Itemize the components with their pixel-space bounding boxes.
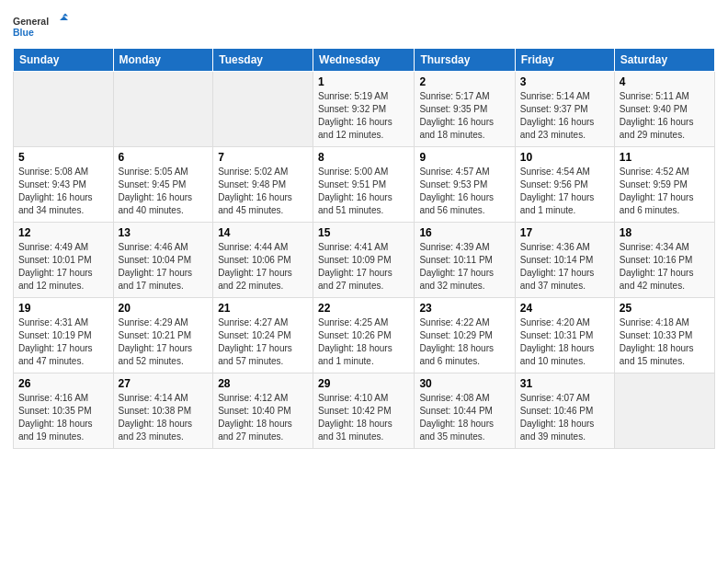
- day-number: 27: [119, 377, 209, 390]
- day-info: Sunrise: 4:12 AM Sunset: 10:40 PM Daylig…: [218, 392, 308, 443]
- day-number: 17: [520, 226, 609, 239]
- svg-marker-3: [60, 17, 68, 21]
- svg-text:Blue: Blue: [13, 27, 34, 38]
- day-number: 19: [18, 302, 108, 315]
- day-number: 22: [318, 302, 409, 315]
- weekday-header-thursday: Thursday: [415, 49, 515, 72]
- day-cell-14: 14Sunrise: 4:44 AM Sunset: 10:06 PM Dayl…: [213, 223, 313, 298]
- week-row-3: 19Sunrise: 4:31 AM Sunset: 10:19 PM Dayl…: [14, 298, 715, 373]
- day-info: Sunrise: 4:08 AM Sunset: 10:44 PM Daylig…: [419, 392, 509, 443]
- day-cell-8: 8Sunrise: 5:00 AM Sunset: 9:51 PM Daylig…: [313, 147, 415, 223]
- day-cell-29: 29Sunrise: 4:10 AM Sunset: 10:42 PM Dayl…: [313, 373, 415, 449]
- day-cell-18: 18Sunrise: 4:34 AM Sunset: 10:16 PM Dayl…: [614, 223, 714, 298]
- day-cell-15: 15Sunrise: 4:41 AM Sunset: 10:09 PM Dayl…: [313, 223, 415, 298]
- day-number: 5: [18, 151, 108, 164]
- day-info: Sunrise: 5:17 AM Sunset: 9:35 PM Dayligh…: [419, 90, 509, 142]
- empty-cell: [213, 72, 313, 147]
- day-info: Sunrise: 5:05 AM Sunset: 9:45 PM Dayligh…: [119, 166, 209, 217]
- weekday-header-friday: Friday: [515, 49, 614, 72]
- day-cell-23: 23Sunrise: 4:22 AM Sunset: 10:29 PM Dayl…: [415, 298, 515, 373]
- empty-cell: [113, 72, 213, 147]
- day-info: Sunrise: 5:00 AM Sunset: 9:51 PM Dayligh…: [318, 166, 409, 217]
- day-number: 8: [318, 151, 409, 164]
- day-number: 21: [218, 302, 308, 315]
- day-cell-13: 13Sunrise: 4:46 AM Sunset: 10:04 PM Dayl…: [113, 223, 213, 298]
- day-cell-20: 20Sunrise: 4:29 AM Sunset: 10:21 PM Dayl…: [113, 298, 213, 373]
- day-info: Sunrise: 4:36 AM Sunset: 10:14 PM Daylig…: [520, 241, 609, 293]
- empty-cell: [14, 72, 114, 147]
- day-info: Sunrise: 4:22 AM Sunset: 10:29 PM Daylig…: [419, 316, 509, 368]
- day-cell-30: 30Sunrise: 4:08 AM Sunset: 10:44 PM Dayl…: [415, 373, 515, 449]
- svg-text:General: General: [13, 16, 49, 27]
- week-row-2: 12Sunrise: 4:49 AM Sunset: 10:01 PM Dayl…: [14, 223, 715, 298]
- day-info: Sunrise: 4:14 AM Sunset: 10:38 PM Daylig…: [119, 392, 209, 443]
- day-cell-21: 21Sunrise: 4:27 AM Sunset: 10:24 PM Dayl…: [213, 298, 313, 373]
- day-info: Sunrise: 5:14 AM Sunset: 9:37 PM Dayligh…: [520, 90, 609, 142]
- day-number: 15: [318, 226, 409, 239]
- day-number: 16: [419, 226, 509, 239]
- day-info: Sunrise: 4:10 AM Sunset: 10:42 PM Daylig…: [318, 392, 409, 443]
- day-info: Sunrise: 4:07 AM Sunset: 10:46 PM Daylig…: [520, 392, 609, 443]
- day-cell-25: 25Sunrise: 4:18 AM Sunset: 10:33 PM Dayl…: [614, 298, 714, 373]
- logo: General Blue: [13, 9, 68, 42]
- svg-marker-2: [63, 14, 68, 17]
- day-cell-16: 16Sunrise: 4:39 AM Sunset: 10:11 PM Dayl…: [415, 223, 515, 298]
- day-cell-7: 7Sunrise: 5:02 AM Sunset: 9:48 PM Daylig…: [213, 147, 313, 223]
- day-number: 1: [318, 75, 409, 88]
- day-cell-28: 28Sunrise: 4:12 AM Sunset: 10:40 PM Dayl…: [213, 373, 313, 449]
- weekday-header-monday: Monday: [113, 49, 213, 72]
- day-number: 10: [520, 151, 609, 164]
- day-number: 25: [620, 302, 710, 315]
- day-info: Sunrise: 4:34 AM Sunset: 10:16 PM Daylig…: [620, 241, 710, 293]
- weekday-header-tuesday: Tuesday: [213, 49, 313, 72]
- weekday-header-wednesday: Wednesday: [313, 49, 415, 72]
- day-number: 4: [620, 75, 710, 88]
- weekday-header-sunday: Sunday: [14, 49, 114, 72]
- day-info: Sunrise: 4:27 AM Sunset: 10:24 PM Daylig…: [218, 316, 308, 368]
- day-cell-27: 27Sunrise: 4:14 AM Sunset: 10:38 PM Dayl…: [113, 373, 213, 449]
- calendar-table: SundayMondayTuesdayWednesdayThursdayFrid…: [13, 48, 715, 449]
- day-number: 13: [119, 226, 209, 239]
- day-info: Sunrise: 4:52 AM Sunset: 9:59 PM Dayligh…: [620, 166, 710, 217]
- day-info: Sunrise: 4:41 AM Sunset: 10:09 PM Daylig…: [318, 241, 409, 293]
- day-number: 29: [318, 377, 409, 390]
- day-info: Sunrise: 4:18 AM Sunset: 10:33 PM Daylig…: [620, 316, 710, 368]
- weekday-header-row: SundayMondayTuesdayWednesdayThursdayFrid…: [14, 49, 715, 72]
- day-info: Sunrise: 4:20 AM Sunset: 10:31 PM Daylig…: [520, 316, 609, 368]
- day-info: Sunrise: 5:02 AM Sunset: 9:48 PM Dayligh…: [218, 166, 308, 217]
- day-number: 26: [18, 377, 108, 390]
- day-number: 23: [419, 302, 509, 315]
- day-info: Sunrise: 5:08 AM Sunset: 9:43 PM Dayligh…: [18, 166, 108, 217]
- day-number: 28: [218, 377, 308, 390]
- day-number: 24: [520, 302, 609, 315]
- page-header: General Blue: [13, 9, 715, 42]
- weekday-header-saturday: Saturday: [614, 49, 714, 72]
- day-info: Sunrise: 4:39 AM Sunset: 10:11 PM Daylig…: [419, 241, 509, 293]
- day-info: Sunrise: 5:11 AM Sunset: 9:40 PM Dayligh…: [620, 90, 710, 142]
- day-cell-5: 5Sunrise: 5:08 AM Sunset: 9:43 PM Daylig…: [14, 147, 114, 223]
- day-cell-24: 24Sunrise: 4:20 AM Sunset: 10:31 PM Dayl…: [515, 298, 614, 373]
- day-cell-2: 2Sunrise: 5:17 AM Sunset: 9:35 PM Daylig…: [415, 72, 515, 147]
- day-cell-9: 9Sunrise: 4:57 AM Sunset: 9:53 PM Daylig…: [415, 147, 515, 223]
- day-cell-11: 11Sunrise: 4:52 AM Sunset: 9:59 PM Dayli…: [614, 147, 714, 223]
- day-cell-31: 31Sunrise: 4:07 AM Sunset: 10:46 PM Dayl…: [515, 373, 614, 449]
- empty-cell: [614, 373, 714, 449]
- day-info: Sunrise: 4:44 AM Sunset: 10:06 PM Daylig…: [218, 241, 308, 293]
- day-info: Sunrise: 4:46 AM Sunset: 10:04 PM Daylig…: [119, 241, 209, 293]
- day-cell-19: 19Sunrise: 4:31 AM Sunset: 10:19 PM Dayl…: [14, 298, 114, 373]
- day-info: Sunrise: 4:16 AM Sunset: 10:35 PM Daylig…: [18, 392, 108, 443]
- day-number: 14: [218, 226, 308, 239]
- day-info: Sunrise: 4:29 AM Sunset: 10:21 PM Daylig…: [119, 316, 209, 368]
- day-number: 3: [520, 75, 609, 88]
- day-cell-1: 1Sunrise: 5:19 AM Sunset: 9:32 PM Daylig…: [313, 72, 415, 147]
- day-number: 18: [620, 226, 710, 239]
- day-number: 2: [419, 75, 509, 88]
- day-cell-6: 6Sunrise: 5:05 AM Sunset: 9:45 PM Daylig…: [113, 147, 213, 223]
- day-info: Sunrise: 4:31 AM Sunset: 10:19 PM Daylig…: [18, 316, 108, 368]
- day-info: Sunrise: 5:19 AM Sunset: 9:32 PM Dayligh…: [318, 90, 409, 142]
- week-row-0: 1Sunrise: 5:19 AM Sunset: 9:32 PM Daylig…: [14, 72, 715, 147]
- day-number: 9: [419, 151, 509, 164]
- day-info: Sunrise: 4:25 AM Sunset: 10:26 PM Daylig…: [318, 316, 409, 368]
- day-cell-22: 22Sunrise: 4:25 AM Sunset: 10:26 PM Dayl…: [313, 298, 415, 373]
- day-cell-26: 26Sunrise: 4:16 AM Sunset: 10:35 PM Dayl…: [14, 373, 114, 449]
